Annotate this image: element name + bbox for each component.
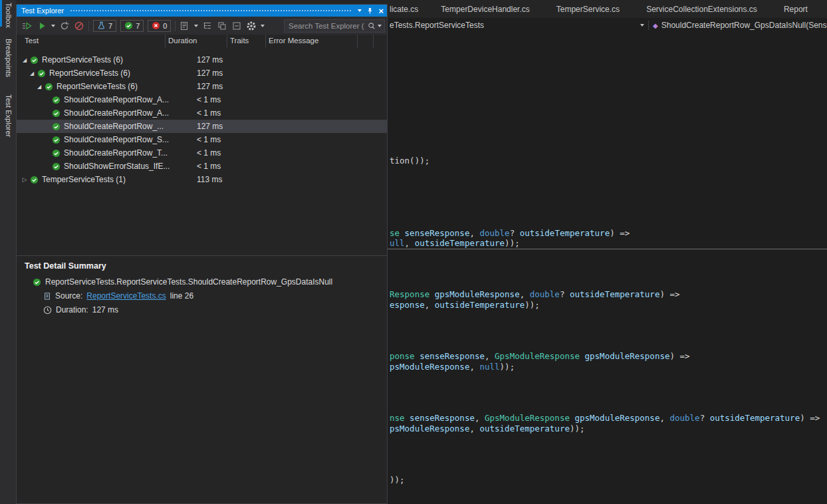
clock-icon bbox=[43, 306, 52, 315]
code-line: se senseResponse, double? outsideTempera… bbox=[390, 228, 630, 239]
tree-expander-icon[interactable]: ◢ bbox=[28, 70, 36, 76]
test-name: ShouldCreateReportRow_... bbox=[64, 122, 164, 131]
test-explorer-panel: Test Explorer × bbox=[16, 4, 388, 504]
total-count: 7 bbox=[108, 22, 112, 30]
passed-icon bbox=[33, 278, 41, 287]
code-divider bbox=[388, 249, 827, 249]
passed-count: 7 bbox=[136, 22, 140, 30]
visual-studio-window: licate.csTemperDeviceHandler.csTemperSer… bbox=[0, 0, 827, 504]
playlist-icon[interactable] bbox=[179, 21, 190, 31]
column-separator bbox=[373, 35, 374, 48]
editor-tab[interactable]: Report bbox=[770, 5, 821, 14]
total-tests-badge[interactable]: 7 bbox=[93, 20, 116, 32]
test-tree-row[interactable]: ShouldCreateReportRow_A...< 1 ms bbox=[17, 106, 387, 120]
column-test[interactable]: Test bbox=[25, 37, 39, 45]
column-error[interactable]: Error Message bbox=[269, 37, 318, 45]
failed-icon bbox=[152, 21, 160, 30]
navbar-member-dropdown[interactable]: ◆ ShouldCreateReportRow_GpsDataIsNull(Se… bbox=[648, 21, 827, 30]
gear-icon[interactable] bbox=[246, 21, 257, 31]
code-line: ull, outsideTemperature)); bbox=[390, 238, 520, 249]
test-name: ReportServiceTests (6) bbox=[57, 82, 138, 91]
passed-tests-badge[interactable]: 7 bbox=[120, 20, 144, 32]
test-tree-row[interactable]: ShouldCreateReportRow_S...< 1 ms bbox=[17, 133, 387, 146]
drag-grip[interactable] bbox=[70, 9, 352, 13]
passed-icon bbox=[124, 21, 133, 30]
layers-icon[interactable] bbox=[217, 21, 227, 31]
search-icon[interactable] bbox=[368, 22, 376, 30]
detail-heading: Test Detail Summary bbox=[25, 261, 379, 271]
panel-title-bar[interactable]: Test Explorer × bbox=[17, 5, 387, 17]
search-dropdown-icon[interactable] bbox=[378, 25, 382, 27]
test-tree-row[interactable]: ◢ReportServiceTests (6)127 ms bbox=[17, 53, 387, 66]
group-by-icon[interactable] bbox=[202, 21, 213, 31]
search-input[interactable] bbox=[289, 22, 366, 30]
test-duration: < 1 ms bbox=[197, 148, 221, 158]
test-tree-row[interactable]: ◢ReportServiceTests (6)127 ms bbox=[17, 66, 387, 80]
sidebar-tab-test-explorer[interactable]: Test Explorer bbox=[5, 94, 13, 137]
test-tree-row[interactable]: ◢ReportServiceTests (6)127 ms bbox=[17, 80, 387, 93]
gear-dropdown-icon[interactable] bbox=[261, 25, 265, 27]
test-name: ReportServiceTests (6) bbox=[49, 68, 130, 78]
test-duration: 127 ms bbox=[197, 122, 223, 131]
test-name: ShouldCreateReportRow_T... bbox=[64, 148, 168, 158]
failed-count: 0 bbox=[163, 22, 167, 30]
playlist-dropdown-icon[interactable] bbox=[194, 25, 198, 27]
pin-icon[interactable] bbox=[366, 7, 374, 15]
source-line: line 26 bbox=[170, 291, 193, 301]
passed-icon bbox=[37, 69, 46, 78]
window-position-icon[interactable] bbox=[358, 9, 362, 12]
toolbar-separator bbox=[88, 21, 89, 31]
failed-tests-badge[interactable]: 0 bbox=[148, 20, 171, 32]
run-all-icon[interactable] bbox=[22, 21, 33, 31]
cancel-run-icon[interactable] bbox=[74, 21, 84, 31]
collapse-all-icon[interactable] bbox=[231, 21, 242, 31]
test-toolbar: 7 7 0 bbox=[17, 17, 387, 35]
test-tree-row[interactable]: ShouldCreateReportRow_A...< 1 ms bbox=[17, 93, 387, 106]
test-tree-row[interactable]: ShouldShowErrorStatus_IfE...< 1 ms bbox=[17, 160, 387, 173]
passed-icon bbox=[52, 109, 60, 118]
run-dropdown-icon[interactable] bbox=[51, 25, 55, 27]
code-line: psModuleResponse, null)); bbox=[390, 362, 515, 372]
passed-icon bbox=[52, 122, 60, 131]
repeat-run-icon[interactable] bbox=[59, 21, 70, 31]
test-tree-row[interactable]: ShouldCreateReportRow_...127 ms bbox=[17, 120, 387, 133]
tree-expander-icon[interactable]: ◢ bbox=[35, 84, 43, 90]
code-line: nse senseResponse, GpsModuleResponse gps… bbox=[390, 413, 820, 424]
tree-empty-space bbox=[17, 186, 387, 255]
tree-expander-icon[interactable]: ▷ bbox=[21, 176, 29, 183]
method-icon: ◆ bbox=[653, 22, 658, 29]
editor-tab[interactable]: TemperDeviceHandler.cs bbox=[427, 5, 542, 14]
test-duration: < 1 ms bbox=[197, 95, 221, 104]
duration-value: 127 ms bbox=[92, 305, 118, 315]
source-label: Source: bbox=[55, 291, 82, 301]
passed-icon bbox=[52, 149, 60, 158]
passed-icon bbox=[45, 82, 53, 91]
column-duration[interactable]: Duration bbox=[168, 37, 197, 45]
column-separator bbox=[165, 35, 166, 48]
search-box[interactable] bbox=[284, 19, 385, 33]
sidebar-tab-toolbox[interactable]: Toolbox bbox=[5, 3, 13, 28]
run-icon[interactable] bbox=[37, 21, 47, 31]
source-link[interactable]: ReportServiceTests.cs bbox=[86, 291, 166, 301]
passed-icon bbox=[52, 96, 60, 104]
test-tree-row[interactable]: ShouldCreateReportRow_T...< 1 ms bbox=[17, 146, 387, 160]
editor-navbar: eTests.ReportServiceTests ◆ ShouldCreate… bbox=[388, 18, 827, 33]
document-icon bbox=[43, 292, 51, 301]
test-duration: 127 ms bbox=[197, 55, 223, 64]
test-tree-row[interactable]: ▷TemperServiceTests (1)113 ms bbox=[17, 173, 387, 186]
editor-tab[interactable]: TemperService.cs bbox=[543, 5, 633, 14]
tree-expander-icon[interactable]: ◢ bbox=[21, 57, 29, 63]
code-layer[interactable]: tion());se senseResponse, double? outsid… bbox=[388, 0, 827, 504]
passed-icon bbox=[30, 176, 39, 184]
editor-tab-bar: licate.csTemperDeviceHandler.csTemperSer… bbox=[388, 0, 827, 18]
close-icon[interactable]: × bbox=[378, 7, 384, 15]
sidebar-tab-breakpoints[interactable]: Breakpoints bbox=[5, 39, 13, 77]
column-traits[interactable]: Traits bbox=[230, 37, 249, 45]
editor-tab[interactable]: licate.cs bbox=[388, 5, 427, 14]
editor-tab[interactable]: ServiceCollectionExtensions.cs bbox=[633, 5, 770, 14]
test-duration: 127 ms bbox=[197, 68, 223, 78]
column-separator bbox=[265, 35, 266, 48]
navbar-type-dropdown[interactable]: eTests.ReportServiceTests bbox=[388, 21, 648, 30]
test-duration: < 1 ms bbox=[197, 162, 221, 171]
test-name: ReportServiceTests (6) bbox=[42, 55, 123, 64]
